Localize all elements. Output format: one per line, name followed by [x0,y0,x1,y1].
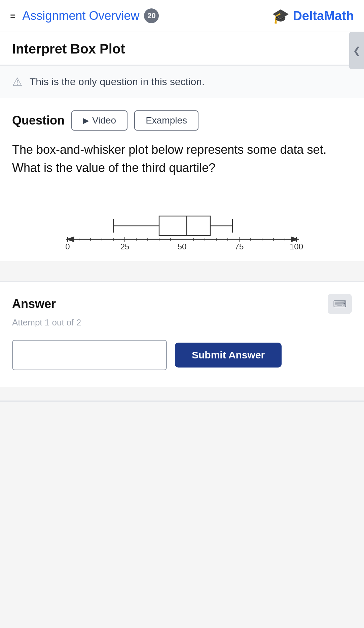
axis-label-0: 0 [65,242,70,251]
box-rect [159,216,210,236]
brand-logo: 🎓 DeltaMath [272,8,354,24]
brand-name: DeltaMath [293,9,354,23]
question-header: Question ▶ Video Examples [12,110,352,131]
warning-icon: ⚠ [12,75,22,89]
axis-label-100: 100 [290,242,303,251]
menu-icon[interactable]: ≡ [10,10,15,21]
question-section: Question ▶ Video Examples The box-and-wh… [0,98,364,261]
submit-button[interactable]: Submit Answer [175,343,282,368]
page-title: Interpret Box Plot [12,41,352,57]
answer-section: Answer ⌨ Attempt 1 out of 2 Submit Answe… [0,281,364,387]
bottom-divider [0,400,364,402]
question-text: The box-and-whisker plot below represent… [12,141,352,177]
chevron-left-icon: ❮ [353,45,361,56]
assignment-badge: 20 [144,8,159,23]
answer-label: Answer [12,297,56,311]
alert-text: This is the only question in this sectio… [30,76,205,88]
grad-cap-icon: 🎓 [272,8,289,24]
assignment-overview-link[interactable]: Assignment Overview [22,9,139,23]
answer-row: Submit Answer [12,340,352,370]
keyboard-button[interactable]: ⌨ [328,294,352,314]
answer-header: Answer ⌨ [12,294,352,314]
keyboard-icon: ⌨ [333,299,347,310]
axis-label-75: 75 [235,242,244,251]
alert-banner: ⚠ This is the only question in this sect… [0,65,364,98]
axis-label-25: 25 [120,242,130,251]
page-title-area: Interpret Box Plot [0,32,364,65]
navbar: ≡ Assignment Overview 20 🎓 DeltaMath [0,0,364,32]
question-label: Question [12,113,65,128]
attempt-text: Attempt 1 out of 2 [12,317,352,328]
answer-input[interactable] [12,340,167,370]
play-icon: ▶ [83,116,89,125]
axis-label-50: 50 [178,242,187,251]
boxplot-svg: 0 25 50 75 100 [51,194,313,261]
examples-button[interactable]: Examples [134,110,198,131]
collapse-handle[interactable]: ❮ [349,32,364,69]
boxplot-area: 0 25 50 75 100 [12,194,352,261]
video-button[interactable]: ▶ Video [71,110,128,131]
